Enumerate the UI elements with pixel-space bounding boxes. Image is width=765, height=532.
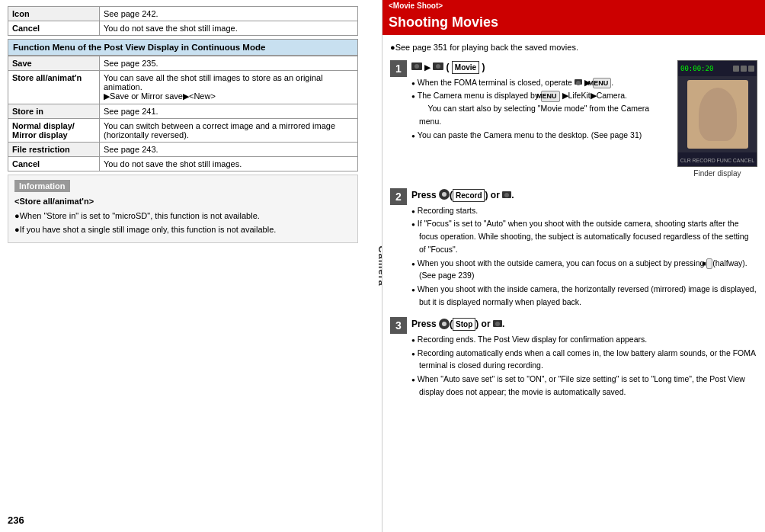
- info-title: <Store all/animat'n>: [14, 195, 351, 208]
- row-value: You can save all the shot still images t…: [100, 71, 358, 104]
- bottom-btn-2: RECORD: [693, 158, 715, 163]
- table-row: Icon See page 242.: [8, 7, 358, 21]
- row-value: See page 235.: [100, 56, 358, 71]
- page-number: 236: [8, 514, 24, 526]
- table-row: Cancel You do not save the shot still im…: [8, 21, 358, 36]
- table-row: Normal display/Mirror display You can sw…: [8, 119, 358, 143]
- face-preview: [687, 80, 748, 149]
- row-label: Normal display/Mirror display: [8, 119, 100, 143]
- bullet: When you shoot with the inside camera, t…: [411, 283, 757, 309]
- circle-button[interactable]: [439, 189, 450, 200]
- step-3: 3 Press (Stop) or . Recording ends. The …: [390, 317, 757, 399]
- main-table: Save See page 235. Store all/animat'n Yo…: [8, 56, 358, 171]
- menu-key: MENU: [593, 78, 612, 89]
- row-label: File restriction: [8, 143, 100, 157]
- row-label: Icon: [8, 7, 100, 21]
- row-label: Save: [8, 56, 100, 71]
- preview-icon: [741, 66, 747, 72]
- finder-display-area: 00:00:20 CLR RECORD: [677, 60, 757, 178]
- movie-badge: Movie: [452, 61, 479, 74]
- table-row: Save See page 235.: [8, 56, 358, 71]
- preview-icon: [748, 66, 754, 72]
- step-2-bullets: Recording starts. If "Focus" is set to "…: [411, 204, 757, 309]
- step-2-title: Press (Record) or .: [411, 188, 757, 202]
- record-badge: Record: [453, 189, 485, 202]
- row-value: See page 242.: [100, 7, 358, 21]
- step-3-title: Press (Stop) or .: [411, 317, 757, 331]
- row-label: Cancel: [8, 157, 100, 171]
- right-panel: <Movie Shoot> Shooting Movies ●See page …: [382, 0, 765, 532]
- step-number-3: 3: [390, 317, 407, 334]
- info-box-header: Information: [14, 180, 70, 192]
- preview-icon: [733, 66, 739, 72]
- step-number-1: 1: [390, 60, 407, 77]
- row-label: Cancel: [8, 21, 100, 36]
- movie-shoot-tag: <Movie Shoot>: [382, 0, 765, 11]
- info-box: Information <Store all/animat'n> ●When "…: [8, 175, 358, 243]
- row-value: See page 241.: [100, 104, 358, 119]
- row-value: You do not save the shot still images.: [100, 157, 358, 171]
- camera-icon: [411, 62, 422, 70]
- finder-label: Finder display: [677, 169, 757, 178]
- preview-bottom: CLR RECORD FUNC CANCEL: [678, 152, 757, 167]
- bullet: When you shoot with the outside camera, …: [411, 257, 757, 283]
- camera-icon-5: [493, 320, 502, 327]
- table-row: File restriction See page 243.: [8, 143, 358, 157]
- step-2: 2 Press (Record) or . Recording starts. …: [390, 188, 757, 309]
- intro-line: ●See page 351 for playing back the saved…: [390, 41, 757, 54]
- section-header: Function Menu of the Post View Display i…: [8, 39, 358, 56]
- step-number-2: 2: [390, 188, 407, 205]
- bottom-btn-4: CANCEL: [733, 158, 754, 163]
- camera-icon-4: [502, 191, 511, 198]
- step-2-content: Press (Record) or . Recording starts. If…: [411, 188, 757, 309]
- camera-preview: 00:00:20 CLR RECORD: [677, 60, 757, 167]
- stop-badge: Stop: [453, 318, 475, 331]
- step-3-content: Press (Stop) or . Recording ends. The Po…: [411, 317, 757, 399]
- focus-key: ■: [706, 258, 712, 270]
- bottom-btn-1: CLR: [680, 158, 691, 163]
- bullet: Recording starts.: [411, 204, 757, 217]
- bullet: Recording ends. The Post View display fo…: [411, 333, 757, 346]
- right-content: ●See page 351 for playing back the saved…: [382, 35, 765, 413]
- row-value: You can switch between a correct image a…: [100, 119, 358, 143]
- camera-label: Camera: [377, 245, 382, 287]
- row-label: Store all/animat'n: [8, 71, 100, 104]
- table-row: Cancel You do not save the shot still im…: [8, 157, 358, 171]
- row-label: Store in: [8, 104, 100, 119]
- step-1-content: 00:00:20 CLR RECORD: [411, 60, 757, 181]
- top-table: Icon See page 242. Cancel You do not sav…: [8, 6, 358, 36]
- preview-icons: [733, 66, 754, 72]
- timer-display: 00:00:20: [680, 65, 713, 72]
- menu-key-2: MENU: [541, 91, 560, 102]
- table-row: Store in See page 241.: [8, 104, 358, 119]
- info-bullet: ●When "Store in" is set to "microSD", th…: [14, 210, 351, 223]
- step-1: 1 00:00:20: [390, 60, 757, 181]
- left-content: Icon See page 242. Cancel You do not sav…: [8, 6, 358, 243]
- row-value: You do not save the shot still image.: [100, 21, 358, 36]
- camera-icon-3: [575, 79, 582, 85]
- step-3-bullets: Recording ends. The Post View display fo…: [411, 333, 757, 399]
- bullet: When "Auto save set" is set to "ON", or …: [411, 373, 757, 399]
- page-title: Shooting Movies: [382, 11, 765, 35]
- table-row: Store all/animat'n You can save all the …: [8, 71, 358, 104]
- bullet: If "Focus" is set to "Auto" when you sho…: [411, 217, 757, 255]
- left-panel: Icon See page 242. Cancel You do not sav…: [0, 0, 382, 532]
- face-silhouette: [699, 88, 737, 141]
- info-bullet: ●If you have shot a single still image o…: [14, 223, 351, 236]
- preview-top: 00:00:20: [678, 61, 757, 76]
- row-value: See page 243.: [100, 143, 358, 157]
- bullet: Recording automatically ends when a call…: [411, 347, 757, 373]
- bottom-btn-3: FUNC: [717, 158, 731, 163]
- camera-icon-2: [433, 62, 443, 70]
- circle-button-2[interactable]: [439, 319, 450, 329]
